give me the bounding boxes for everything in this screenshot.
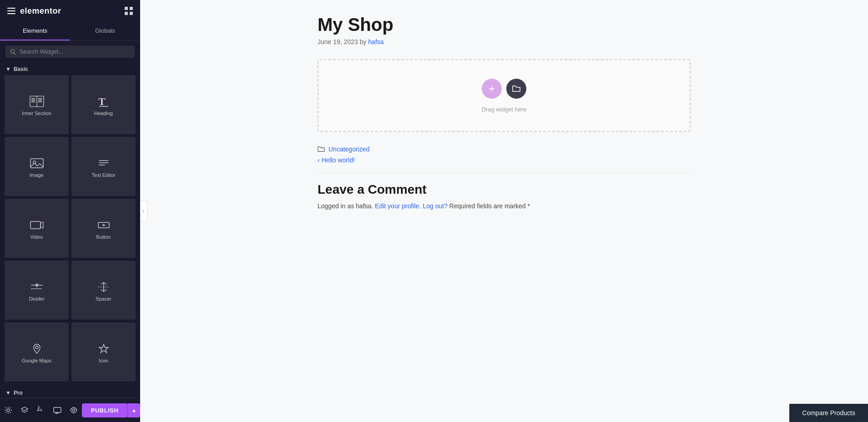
widget-google-maps[interactable]: Google Maps — [5, 322, 69, 382]
svg-line-8 — [14, 53, 15, 54]
logout-link[interactable]: Log out? — [423, 202, 448, 210]
svg-rect-19 — [30, 159, 43, 168]
widget-image[interactable]: Image — [5, 137, 69, 196]
post-by: by — [360, 38, 367, 45]
svg-rect-15 — [38, 100, 42, 100]
main-content: ‹ My Shop June 19, 2023 by hafsa + Drag … — [140, 0, 868, 422]
svg-rect-16 — [38, 101, 42, 102]
svg-rect-12 — [31, 100, 35, 100]
widget-heading[interactable]: T Heading — [71, 75, 136, 134]
sidebar: elementor Elements Globals ▼ Basic — [0, 0, 140, 422]
chevron-down-icon: ▼ — [5, 66, 11, 72]
comments-title: Leave a Comment — [318, 182, 691, 197]
pro-label: Pro — [14, 390, 23, 396]
sidebar-search — [0, 41, 140, 62]
history-icon-btn[interactable] — [33, 402, 49, 418]
widget-image-label: Image — [30, 172, 44, 178]
widget-inner-section-label: Inner Section — [22, 111, 51, 116]
heading-icon: T — [96, 95, 111, 108]
svg-rect-2 — [7, 13, 15, 14]
eye-icon — [70, 406, 78, 414]
responsive-icon-btn[interactable] — [49, 402, 66, 418]
svg-rect-3 — [125, 7, 128, 10]
sidebar-footer: PUBLISH ▲ — [0, 398, 140, 422]
widget-video[interactable]: Video — [5, 199, 69, 258]
eye-icon-btn[interactable] — [66, 402, 82, 418]
settings-icon — [4, 406, 12, 414]
compare-bar-label: Compare Products — [802, 409, 855, 417]
basic-label: Basic — [14, 66, 28, 72]
svg-point-40 — [72, 409, 75, 412]
layers-icon-btn[interactable] — [16, 402, 33, 418]
svg-rect-1 — [7, 10, 15, 11]
publish-button[interactable]: PUBLISH — [82, 403, 128, 417]
widget-inner-section[interactable]: Inner Section — [5, 75, 69, 134]
search-input[interactable] — [20, 48, 130, 55]
svg-rect-0 — [7, 8, 15, 9]
svg-point-34 — [7, 409, 10, 412]
responsive-icon — [53, 406, 61, 414]
widget-icon-label: Icon — [99, 358, 108, 363]
post-author-link[interactable]: hafsa — [368, 38, 384, 45]
drop-zone-buttons: + — [482, 79, 526, 99]
pro-section-label: ▼ Pro — [0, 386, 140, 398]
publish-dropdown-button[interactable]: ▲ — [127, 403, 140, 417]
sidebar-tabs: Elements Globals — [0, 22, 140, 41]
logged-in-text: Logged in as hafsa. — [318, 202, 373, 210]
required-marker: * — [528, 202, 530, 210]
widget-spacer-label: Spacer — [96, 296, 111, 301]
svg-rect-13 — [31, 101, 35, 102]
svg-text:T: T — [98, 95, 106, 107]
logged-in-as: Logged in as hafsa. Edit your profile. L… — [318, 202, 691, 210]
drop-zone-folder-button[interactable] — [506, 79, 526, 99]
post-title: My Shop — [318, 14, 691, 35]
widget-icon[interactable]: Icon — [71, 322, 136, 382]
basic-section-label: ▼ Basic — [0, 62, 140, 75]
post-meta: June 19, 2023 by hafsa — [318, 38, 691, 45]
post-categories: Uncategorized — [318, 146, 691, 153]
divider-icon — [30, 281, 44, 293]
chevron-left-icon: ‹ — [318, 156, 320, 164]
history-icon — [37, 406, 45, 414]
search-wrapper — [5, 45, 135, 58]
grid-icon[interactable] — [125, 7, 133, 15]
publish-wrapper: PUBLISH ▲ — [82, 403, 140, 417]
folder-icon — [318, 146, 325, 152]
widget-text-editor-label: Text Editor — [92, 172, 116, 178]
search-icon — [10, 49, 16, 55]
post-date: June 19, 2023 — [318, 38, 358, 45]
hamburger-icon[interactable] — [7, 8, 15, 14]
widget-heading-label: Heading — [94, 111, 113, 116]
widget-grid: Inner Section T Heading Image — [0, 75, 140, 386]
compare-bar[interactable]: Compare Products — [789, 404, 868, 422]
drop-zone-add-button[interactable]: + — [482, 79, 502, 99]
button-icon — [96, 219, 111, 231]
tab-elements[interactable]: Elements — [0, 22, 70, 40]
required-text: Required fields are marked — [449, 202, 526, 210]
svg-rect-6 — [130, 12, 133, 15]
widget-video-label: Video — [30, 234, 43, 240]
svg-rect-11 — [31, 98, 35, 99]
widget-divider[interactable]: Divider — [5, 261, 69, 320]
tab-globals[interactable]: Globals — [70, 22, 140, 40]
section-divider — [318, 173, 691, 173]
widget-spacer[interactable]: Spacer — [71, 261, 136, 320]
widget-text-editor[interactable]: Text Editor — [71, 137, 136, 196]
text-editor-icon — [96, 157, 111, 170]
post-nav-prev[interactable]: ‹ Hello world! — [318, 156, 691, 164]
collapse-handle[interactable]: ‹ — [140, 200, 147, 222]
svg-rect-14 — [38, 98, 42, 99]
widget-divider-label: Divider — [29, 296, 44, 301]
svg-rect-37 — [54, 407, 61, 412]
page-content: My Shop June 19, 2023 by hafsa + Drag wi… — [308, 0, 700, 237]
image-icon — [30, 157, 44, 170]
spacer-icon — [96, 281, 111, 293]
category-link[interactable]: Uncategorized — [328, 146, 369, 153]
widget-button[interactable]: Button — [71, 199, 136, 258]
sidebar-header-left: elementor — [7, 6, 61, 16]
google-maps-icon — [30, 342, 44, 355]
drop-zone-text: Drag widget here — [482, 106, 527, 113]
settings-icon-btn[interactable] — [0, 402, 16, 418]
edit-profile-link[interactable]: Edit your profile. — [375, 202, 421, 210]
post-nav-prev-label: Hello world! — [322, 156, 355, 164]
